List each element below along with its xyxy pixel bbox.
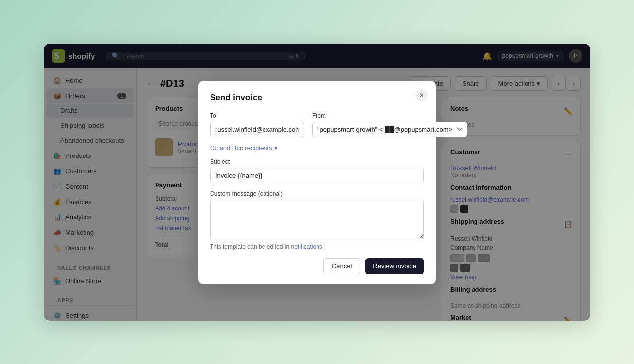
modal-footer: Cancel Review invoice (210, 258, 424, 274)
modal-overlay: Send invoice ✕ To From "popupsmart-growt… (44, 44, 590, 321)
modal-title: Send invoice (210, 93, 424, 103)
send-invoice-dialog: Send invoice ✕ To From "popupsmart-growt… (198, 81, 436, 284)
from-group: From "popupsmart-growth" < ██@popupsmart… (312, 112, 467, 137)
custom-message-textarea[interactable] (210, 200, 424, 239)
cc-bcc-row: Cc and Bcc recipients ▾ (210, 144, 424, 152)
review-invoice-button[interactable]: Review invoice (365, 258, 424, 274)
modal-close-button[interactable]: ✕ (415, 89, 428, 102)
cc-bcc-label: Cc and Bcc recipients (210, 144, 272, 152)
to-group: To (210, 112, 304, 137)
cc-bcc-button[interactable]: Cc and Bcc recipients ▾ (210, 144, 278, 152)
app-window: S shopify 🔍 ⌘ K 🔔 popupsmart-growth ▾ P … (44, 44, 590, 321)
from-label: From (312, 112, 467, 119)
custom-message-label: Custom message (optional) (210, 190, 424, 197)
subject-group: Subject (210, 158, 424, 183)
to-input[interactable] (210, 122, 304, 137)
template-note-text: This template can be edited in (210, 243, 289, 250)
cc-bcc-arrow-icon: ▾ (274, 144, 278, 152)
cancel-button[interactable]: Cancel (323, 258, 360, 274)
template-note: This template can be edited in notificat… (210, 243, 424, 250)
custom-message-group: Custom message (optional) (210, 190, 424, 239)
to-label: To (210, 112, 304, 119)
close-icon: ✕ (419, 91, 424, 99)
subject-input[interactable] (210, 168, 424, 183)
to-from-row: To From "popupsmart-growth" < ██@popupsm… (210, 112, 424, 137)
subject-label: Subject (210, 158, 424, 165)
notifications-link[interactable]: notifications (291, 243, 322, 250)
from-select[interactable]: "popupsmart-growth" < ██@popupsmart.com> (312, 122, 467, 137)
